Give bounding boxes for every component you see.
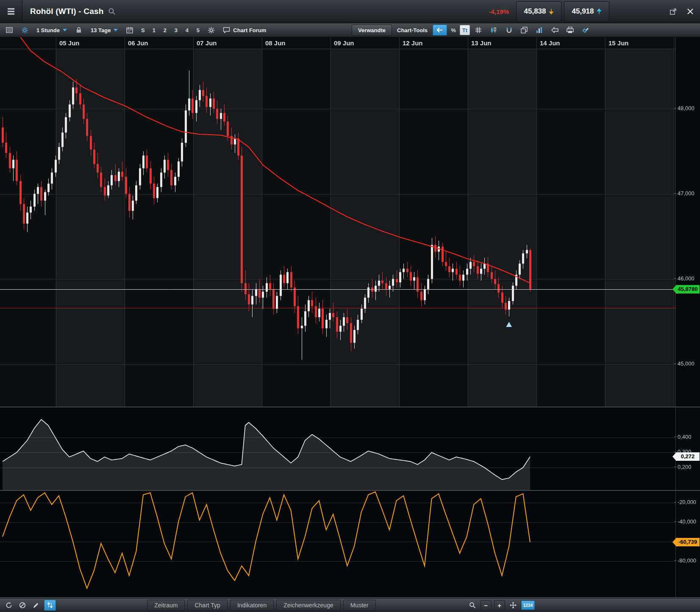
chevron-down-icon [63,29,67,31]
sell-price-button[interactable]: 45,838 [516,1,561,22]
axis-tick-label: -20,000 [678,499,696,505]
refresh-button[interactable] [3,600,14,610]
muster-button[interactable]: Muster [343,600,376,611]
quote-panel-button[interactable] [3,25,16,35]
edit-settings-button[interactable] [578,25,592,35]
low-indicator-panel: -20,000-40,000-60,000-80,000 -60,739 [0,491,700,598]
speed-button-5[interactable]: 5 [193,25,203,35]
chart-typ-button[interactable]: Chart Typ [187,600,227,611]
magnet-button[interactable] [502,25,516,35]
disable-drawing-button[interactable] [17,600,28,610]
lock-button[interactable] [72,25,86,35]
speed-button-4[interactable]: 4 [182,25,192,35]
close-button[interactable] [685,6,696,17]
range-dropdown[interactable]: 13 Tage [87,25,121,35]
date-label: 14 Jun [540,39,560,47]
speed-button-1[interactable]: 1 [149,25,158,35]
low-indicator-value-tag: -60,739 [676,538,700,546]
hamburger-icon [7,8,15,15]
swap-arrows-icon [47,602,53,608]
magnifier-icon [469,602,476,609]
fit-button[interactable] [508,600,519,610]
percent-button[interactable]: % [449,25,458,35]
calendar-icon [126,27,133,33]
axis-tick-label: -40,000 [678,518,696,525]
date-label: 13 Jun [471,39,492,47]
mid-indicator-axis[interactable]: 0,4000,3000,200 [675,407,700,490]
draw-button[interactable] [31,600,42,610]
verwandte-button[interactable]: Verwandte [352,25,392,36]
date-label: 07 Jun [197,39,217,47]
axis-tick-label: 45,000 [678,360,694,367]
mid-indicator-panel: 0,4000,3000,200 0,272 [0,407,700,490]
mid-indicator-value-tag: 0,272 [676,452,700,461]
main-chart-canvas[interactable] [0,37,675,407]
zeichenwerkzeuge-button[interactable]: Zeichenwerkzeuge [276,600,341,611]
bottom-toolbar: Zeitraum Chart Typ Indikatoren Zeichenwe… [0,598,700,612]
topbar: Rohöl (WTI) - Cash -4,19% 45,838 45,918 [0,0,700,23]
gear-icon [208,27,215,34]
date-label: 08 Jun [265,39,286,47]
chart-settings-button[interactable] [18,25,31,35]
popout-button[interactable] [668,6,679,17]
zoom-button[interactable] [467,600,478,610]
chart-forum-button[interactable]: Chart Forum [219,25,269,35]
speed-button-2[interactable]: 2 [160,25,169,35]
prohibition-icon [19,602,26,609]
close-icon [687,8,694,15]
list-icon [6,27,13,33]
instrument-title: Rohöl (WTI) - Cash [30,7,104,16]
date-label: 12 Jun [403,39,423,47]
axis-tick-label: 0,200 [678,464,692,470]
trading-app-window: Rohöl (WTI) - Cash -4,19% 45,838 45,918 [0,0,700,612]
timeframe-value: 1 Stunde [36,27,60,33]
undo-button[interactable] [548,25,561,35]
axis-tick-label: -80,000 [678,557,696,564]
chart-type-button[interactable] [487,25,500,35]
text-tool-button[interactable]: Tt [460,25,470,35]
search-icon[interactable] [108,8,116,15]
zeitraum-button[interactable]: Zeitraum [147,600,185,611]
back-button[interactable] [433,25,447,36]
axis-tick-label: 47,000 [678,190,694,197]
print-button[interactable] [563,25,577,35]
zoom-out-button[interactable]: − [481,600,492,610]
low-indicator-canvas[interactable] [0,491,675,598]
sell-price: 45,838 [524,7,546,16]
date-label: 15 Jun [608,39,629,47]
indikatoren-button[interactable]: Indikatoren [230,600,274,611]
gear-icon [21,27,28,34]
settings-button[interactable] [204,25,218,35]
axis-tick-label: 0,400 [678,434,692,440]
indicator-button[interactable] [533,25,546,35]
candlestick-icon [490,27,497,33]
buy-price-button[interactable]: 45,918 [564,1,609,22]
arrow-left-outline-icon [551,27,558,33]
gear-pencil-icon [582,27,589,34]
main-price-axis[interactable]: 48,00047,00046,00045,000 [675,37,700,407]
magnet-icon [506,27,512,33]
speech-bubble-icon [223,27,230,33]
range-value: 13 Tage [91,27,111,33]
timeframe-dropdown[interactable]: 1 Stunde [33,25,70,35]
bar-chart-icon [536,27,543,33]
speed-button-s[interactable]: S [138,25,147,35]
speed-button-3[interactable]: 3 [171,25,181,35]
window-controls [668,6,696,17]
duplicate-chart-button[interactable] [517,25,531,35]
sort-button[interactable] [44,600,56,611]
mid-indicator-canvas[interactable] [0,407,675,490]
grid-toggle-button[interactable] [472,25,485,35]
buy-price: 45,918 [572,7,594,16]
arrow-down-icon [549,8,554,14]
values-button[interactable]: 1234 [521,601,535,610]
axis-tick-label: 48,000 [678,105,694,111]
hamburger-menu-button[interactable] [0,0,22,23]
lock-icon [76,27,82,33]
calendar-button[interactable] [123,25,136,35]
grid-icon [475,27,482,33]
zoom-in-button[interactable]: + [494,600,505,610]
popout-icon [669,8,677,15]
refresh-icon [6,602,12,609]
pencil-icon [33,602,39,609]
